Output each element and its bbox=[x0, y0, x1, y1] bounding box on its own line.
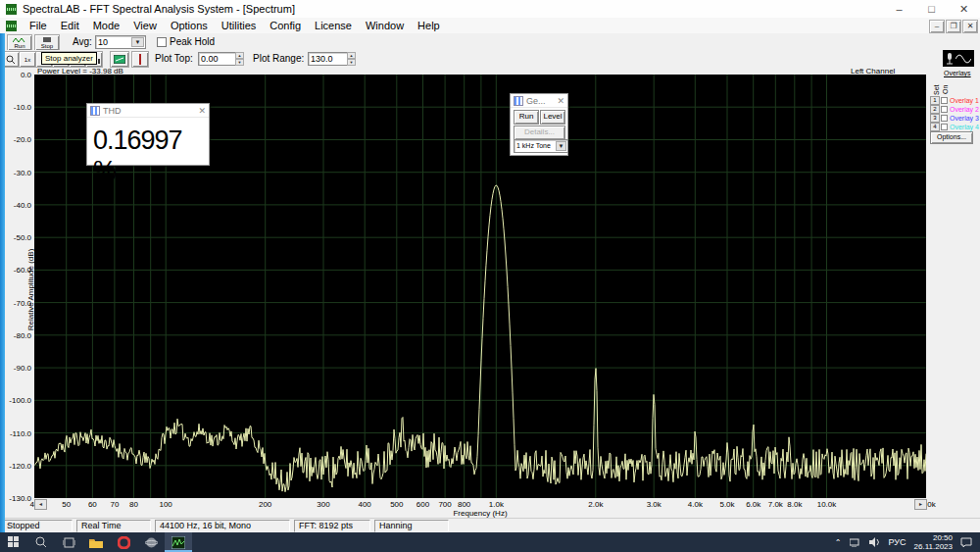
x-tick-100: 100 bbox=[149, 500, 182, 509]
generator-dialog[interactable]: Ge... ✕ Run Level Details... 1 kHz Tone … bbox=[510, 93, 568, 156]
task-view-icon bbox=[63, 537, 75, 548]
taskbar-clock[interactable]: 20:50 26.11.2023 bbox=[914, 533, 953, 551]
overlays-options-button[interactable]: Options... bbox=[930, 131, 973, 144]
taskbar-date: 26.11.2023 bbox=[914, 542, 953, 551]
menu-view[interactable]: View bbox=[126, 19, 164, 32]
marker-button[interactable] bbox=[131, 51, 149, 68]
overlay-set-button-2[interactable]: 2 bbox=[930, 105, 940, 114]
screen-icon bbox=[114, 55, 125, 64]
overlays-col-set: Set bbox=[933, 84, 940, 95]
run-button[interactable]: Run bbox=[7, 34, 32, 51]
y-tick--110.0: -110.0 bbox=[2, 429, 31, 438]
mdi-close-button[interactable]: ✕ bbox=[962, 20, 978, 33]
thd-dialog[interactable]: THD ✕ 0.16997 % bbox=[86, 103, 210, 166]
overlays-panel: Overlays Set On 1Overlay 12Overlay 23Ove… bbox=[930, 70, 980, 76]
plot-range-input[interactable]: 130.0 bbox=[308, 52, 349, 66]
y-tick--30.0: -30.0 bbox=[2, 169, 31, 177]
menu-mode[interactable]: Mode bbox=[86, 19, 127, 32]
stop-button-label: Stop bbox=[41, 43, 53, 49]
menu-utilities[interactable]: Utilities bbox=[215, 19, 263, 32]
app-shortcut-button[interactable] bbox=[137, 532, 165, 552]
menu-options[interactable]: Options bbox=[164, 19, 215, 32]
x-tick-8.0k: 8.0k bbox=[778, 500, 811, 509]
avg-dropdown-arrow-icon[interactable]: ▼ bbox=[131, 37, 144, 47]
overlay-on-checkbox-2[interactable] bbox=[941, 106, 948, 113]
system-tray: ⌃ РУС 20:50 26.11.2023 bbox=[835, 533, 980, 551]
plot-top-input[interactable]: 0.00 bbox=[198, 52, 237, 66]
overlay-on-checkbox-4[interactable] bbox=[941, 124, 948, 130]
y-tick--10.0: -10.0 bbox=[2, 103, 31, 112]
overlay-row-4: 4Overlay 4 bbox=[930, 123, 979, 130]
spectrum-window: Power Level = -33.98 dB Left Channel Rel… bbox=[0, 68, 980, 518]
menu-window[interactable]: Window bbox=[359, 19, 411, 32]
background-window-edge bbox=[0, 33, 5, 532]
generator-run-button[interactable]: Run bbox=[514, 110, 539, 125]
generator-toolbar-icon[interactable] bbox=[943, 50, 974, 67]
menu-help[interactable]: Help bbox=[411, 19, 447, 32]
toolbar-plot: 1x ∿ ∠ Plot Top: 0.00 ▲▼ Plot Range: 130… bbox=[0, 50, 980, 69]
action-center-icon[interactable] bbox=[960, 537, 972, 548]
generator-tone-select[interactable]: 1 kHz Tone ▼ bbox=[514, 139, 568, 153]
opera-browser-button[interactable] bbox=[110, 532, 137, 552]
sine-wave-icon bbox=[956, 53, 971, 65]
language-indicator[interactable]: РУС bbox=[889, 537, 906, 547]
generator-level-button[interactable]: Level bbox=[540, 110, 565, 125]
network-icon[interactable] bbox=[850, 537, 861, 547]
thd-value: 0.16997 % bbox=[87, 118, 209, 186]
y-tick--40.0: -40.0 bbox=[2, 201, 31, 210]
overlay-set-button-4[interactable]: 4 bbox=[930, 123, 940, 131]
menu-bar-items: FileEditModeViewOptionsUtilitiesConfigLi… bbox=[23, 19, 447, 32]
taskbar-search-button[interactable] bbox=[27, 532, 55, 552]
menu-config[interactable]: Config bbox=[263, 19, 308, 32]
mdi-restore-button[interactable]: ❐ bbox=[946, 20, 961, 33]
menu-license[interactable]: License bbox=[308, 19, 359, 32]
tooltip: Stop analyzer bbox=[41, 52, 97, 65]
scroll-right-button[interactable]: ► bbox=[914, 499, 927, 510]
avg-select[interactable]: 10 ▼ bbox=[95, 35, 146, 49]
minimize-button[interactable]: – bbox=[883, 0, 915, 18]
plot-top-spinner[interactable]: ▲▼ bbox=[235, 52, 244, 66]
overlay-row-1: 1Overlay 1 bbox=[930, 96, 979, 104]
peak-hold-checkbox[interactable] bbox=[157, 37, 167, 47]
status-panel-1: Real Time bbox=[76, 520, 151, 532]
overlay-set-button-3[interactable]: 3 bbox=[930, 114, 940, 123]
generator-title-bar[interactable]: Ge... ✕ bbox=[511, 94, 567, 108]
peak-hold-label: Peak Hold bbox=[170, 36, 215, 47]
overlay-on-checkbox-3[interactable] bbox=[941, 115, 948, 122]
thd-title-bar[interactable]: THD ✕ bbox=[87, 104, 209, 118]
menu-file[interactable]: File bbox=[23, 19, 54, 32]
overlays-col-on: On bbox=[942, 85, 949, 94]
time-series-button[interactable]: 1x bbox=[19, 51, 36, 68]
speaker-icon[interactable] bbox=[869, 537, 881, 547]
file-explorer-button[interactable] bbox=[82, 532, 110, 552]
thd-close-icon[interactable]: ✕ bbox=[198, 106, 206, 116]
display-options-button[interactable] bbox=[110, 51, 129, 68]
status-panel-4: Hanning bbox=[374, 520, 449, 532]
opera-icon bbox=[118, 536, 130, 549]
taskbar: ⌃ РУС 20:50 26.11.2023 bbox=[0, 532, 980, 552]
generator-details-button: Details... bbox=[514, 125, 565, 140]
tray-chevron-icon[interactable]: ⌃ bbox=[835, 538, 842, 547]
generator-close-icon[interactable]: ✕ bbox=[557, 96, 564, 106]
stop-button[interactable]: Stop bbox=[34, 34, 60, 51]
start-button[interactable] bbox=[0, 532, 27, 552]
x-tick-200: 200 bbox=[249, 500, 282, 509]
scroll-left-button[interactable]: ◄ bbox=[34, 499, 47, 510]
overlay-on-checkbox-1[interactable] bbox=[941, 97, 948, 104]
y-tick--90.0: -90.0 bbox=[2, 364, 31, 373]
task-view-button[interactable] bbox=[55, 532, 82, 552]
y-tick--100.0: -100.0 bbox=[2, 396, 31, 405]
generator-tone-dropdown-arrow-icon[interactable]: ▼ bbox=[556, 141, 566, 151]
spectralab-taskbar-button[interactable] bbox=[165, 532, 192, 552]
plot-range-spinner[interactable]: ▲▼ bbox=[347, 52, 356, 66]
window-title: SpectraLAB - FFT Spectral Analysis Syste… bbox=[23, 3, 295, 15]
menu-edit[interactable]: Edit bbox=[54, 19, 86, 32]
overlay-set-button-1[interactable]: 1 bbox=[930, 96, 940, 105]
y-tick-0.0: 0.0 bbox=[2, 71, 31, 79]
y-axis-title: Relative Amplitude (dB) bbox=[26, 236, 35, 344]
maximize-button[interactable]: □ bbox=[915, 0, 948, 18]
status-panel-0: Stopped bbox=[2, 520, 73, 532]
generator-title: Ge... bbox=[526, 96, 546, 106]
close-button[interactable]: ✕ bbox=[948, 0, 980, 18]
mdi-minimize-button[interactable]: – bbox=[929, 20, 945, 33]
